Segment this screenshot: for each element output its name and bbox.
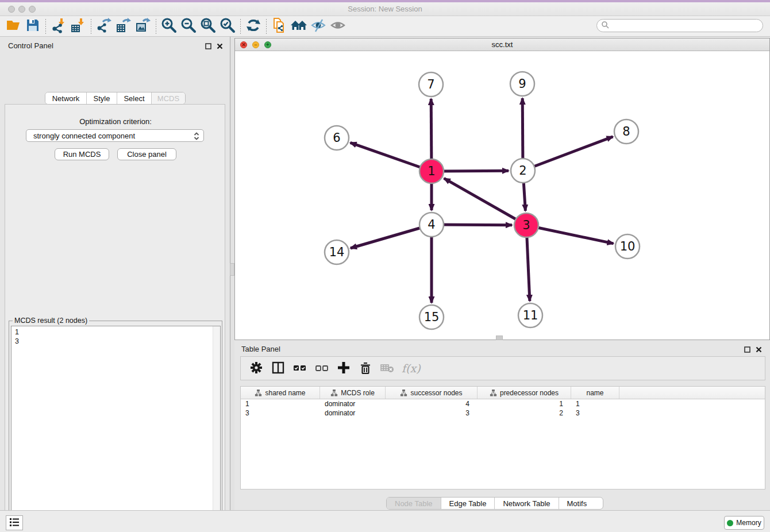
tab-node-table[interactable]: Node Table [387,498,441,509]
graph-node-1[interactable]: 1 [419,159,444,183]
graph-node-9[interactable]: 9 [510,72,534,96]
splitter-grip[interactable] [230,263,234,276]
tab-edge-table[interactable]: Edge Table [441,498,495,509]
search-field[interactable] [596,19,763,32]
zoom-selected-button[interactable] [218,17,237,36]
export-network-button[interactable] [94,17,114,36]
import-network-button[interactable] [49,17,68,36]
tab-mcds[interactable]: MCDS [152,92,185,104]
network-window-titlebar[interactable]: ✕ − + scc.txt [235,38,769,51]
network-graph[interactable]: 7968124314101511 [235,51,769,340]
zoom-selected-icon [220,17,236,35]
node-label: 11 [523,309,538,322]
graph-node-10[interactable]: 10 [615,234,640,259]
graph-node-15[interactable]: 15 [419,305,444,329]
export-network-icon [96,17,112,35]
export-image-icon [135,17,151,35]
close-panel-icon[interactable] [756,345,762,355]
graph-node-3[interactable]: 3 [514,213,538,237]
export-table-button[interactable] [114,17,133,36]
zoom-in-button[interactable] [159,17,179,36]
search-input[interactable] [609,22,763,30]
graph-node-7[interactable]: 7 [419,72,443,97]
graph-node-4[interactable]: 4 [419,213,444,237]
select-stepper-icon [193,131,200,143]
table-settings-button[interactable] [247,358,266,378]
minimize-network-button[interactable]: − [252,41,259,48]
list-icon [9,517,20,529]
node-label: 15 [424,310,440,324]
add-column-button[interactable] [334,358,353,378]
memory-status-icon [727,520,733,526]
node-table[interactable]: shared nameMCDS rolesuccessor nodesprede… [240,386,765,489]
duplicate-network-button[interactable] [270,17,289,36]
edge-2-8[interactable] [523,137,613,171]
zoom-network-button[interactable]: + [264,41,271,48]
export-image-button[interactable] [133,17,153,36]
tab-select[interactable]: Select [117,92,152,104]
optimization-criterion-label: Optimization criterion: [5,117,226,126]
edge-3-1[interactable] [444,178,526,225]
criterion-select[interactable]: strongly connected component [26,129,204,142]
column-header-name[interactable]: name [571,387,619,399]
delete-column-button[interactable] [356,358,375,378]
column-layout-button[interactable] [268,358,288,378]
network-window: ✕ − + scc.txt 7968124314101511 [234,38,770,340]
refresh-button[interactable] [244,17,263,36]
node-label: 1 [428,164,435,178]
open-session-button[interactable] [3,17,23,36]
run-mcds-button[interactable]: Run MCDS [55,148,109,160]
graph-node-2[interactable]: 2 [511,159,535,183]
tab-network-table[interactable]: Network Table [495,498,559,509]
minimize-window-button[interactable] [18,6,25,13]
show-details-button[interactable] [328,17,348,36]
edge-1-6[interactable] [351,142,432,171]
home-button[interactable] [289,17,309,36]
graph-node-14[interactable]: 14 [325,240,349,264]
close-network-button[interactable]: ✕ [240,41,247,48]
graph-node-8[interactable]: 8 [614,119,638,144]
column-header-successor-nodes[interactable]: successor nodes [386,387,478,399]
table-cell: 1 [241,399,320,408]
tab-style[interactable]: Style [87,92,117,104]
import-network-icon [51,17,67,35]
zoom-out-button[interactable] [179,17,198,36]
column-header-shared-name[interactable]: shared name [241,387,320,399]
column-header-predecessor-nodes[interactable]: predecessor nodes [478,387,571,399]
columns-icon [271,361,285,376]
toolbar-separator [45,19,46,34]
zoom-window-button[interactable] [29,6,36,13]
deselect-all-columns-button[interactable] [312,358,332,378]
memory-button[interactable]: Memory [724,516,764,530]
table-cell: 4 [386,399,478,408]
task-history-button[interactable] [6,515,23,530]
import-table-button[interactable] [68,17,88,36]
mcds-result-text[interactable]: 13 [11,326,221,532]
mcds-result-line: 3 [15,337,220,346]
table-row[interactable]: 3dominator323 [241,408,765,418]
table-header-row: shared nameMCDS rolesuccessor nodesprede… [241,387,765,399]
tab-motifs[interactable]: Motifs [559,498,595,509]
table-row[interactable]: 1dominator411 [241,399,765,408]
close-panel-button[interactable]: Close panel [117,148,176,160]
close-window-button[interactable] [8,6,15,13]
horizontal-splitter-grip[interactable] [496,336,503,340]
scrollbar-track[interactable] [213,326,220,532]
select-all-columns-button[interactable] [290,358,310,378]
close-panel-icon[interactable] [217,41,223,52]
network-canvas[interactable]: 7968124314101511 [235,51,769,340]
function-builder-button[interactable]: f(x) [402,362,421,375]
hide-details-button[interactable] [309,17,328,36]
tab-network[interactable]: Network [45,92,87,104]
zoom-fit-button[interactable] [198,17,218,36]
node-label: 2 [519,164,526,178]
float-panel-icon[interactable] [744,345,750,355]
graph-node-11[interactable]: 11 [518,303,542,327]
node-label: 4 [428,218,435,232]
float-panel-icon[interactable] [205,41,211,52]
graph-node-6[interactable]: 6 [325,126,349,150]
edge-3-10[interactable] [526,225,614,244]
column-header-MCDS-role[interactable]: MCDS role [320,387,386,399]
delete-table-button[interactable] [378,358,397,378]
save-session-button[interactable] [23,17,43,36]
